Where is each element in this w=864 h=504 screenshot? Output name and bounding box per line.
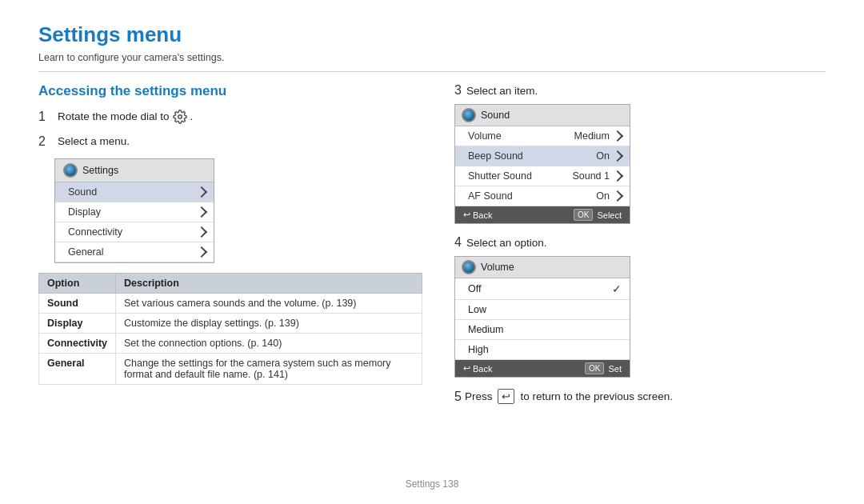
description-col-header: Description [116, 273, 422, 293]
chevron-right-icon [196, 186, 207, 198]
volume-row-medium[interactable]: Medium [455, 320, 630, 340]
select-btn[interactable]: OK Select [574, 209, 622, 221]
checkmark-icon: ✓ [612, 282, 622, 295]
volume-screen: Volume Off ✓ Low Medium High [454, 256, 630, 378]
section-title: Accessing the settings menu [38, 83, 422, 99]
menu-row-connectivity[interactable]: Connectivity [55, 222, 214, 242]
step-2-text: Select a menu. [58, 134, 130, 150]
table-row: Connectivity Set the connection options.… [39, 333, 422, 353]
back-arrow-icon: ↩ [463, 363, 470, 374]
sound-row-shutter[interactable]: Shutter Sound Sound 1 [455, 166, 630, 186]
option-col-header: Option [39, 273, 116, 293]
chevron-right-icon [196, 226, 207, 238]
step-1-text: Rotate the mode dial to . [58, 109, 193, 125]
step-5-before: Press [465, 390, 493, 402]
chevron-right-icon [612, 130, 623, 142]
sound-row-af[interactable]: AF Sound On [455, 186, 630, 206]
table-row: Sound Set various camera sounds and the … [39, 293, 422, 313]
step-2: 2 Select a menu. [38, 134, 422, 150]
back-btn[interactable]: ↩ Back [463, 210, 492, 220]
back-arrow-icon: ↩ [463, 210, 470, 220]
cam-icon [63, 163, 78, 178]
volume-screen-title: Volume [481, 262, 514, 273]
step-5-after: to return to the previous screen. [520, 390, 673, 402]
chevron-right-icon [196, 206, 207, 218]
left-column: Accessing the settings menu 1 Rotate the… [38, 83, 422, 404]
return-icon: ↩ [498, 389, 514, 404]
desc-sound: Set various camera sounds and the volume… [116, 293, 422, 313]
menu-screen-header: Settings [55, 159, 214, 182]
desc-display: Customize the display settings. (p. 139) [116, 313, 422, 333]
chevron-right-icon [196, 246, 207, 258]
desc-connectivity: Set the connection options. (p. 140) [116, 333, 422, 353]
chevron-right-icon [612, 170, 623, 182]
step-2-number: 2 [38, 134, 53, 150]
step-3-header: 3 Select an item. [454, 83, 826, 98]
desc-general: Change the settings for the camera syste… [116, 353, 422, 384]
cam-icon [462, 108, 476, 122]
volume-row-high[interactable]: High [455, 340, 630, 360]
chevron-right-icon [612, 190, 623, 202]
set-btn[interactable]: OK Set [585, 362, 622, 374]
step-3-text: Select an item. [466, 85, 538, 97]
menu-row-general[interactable]: General [55, 242, 214, 262]
ok-label: OK [574, 209, 593, 221]
sound-screen-title: Sound [481, 110, 510, 121]
sound-screen-footer: ↩ Back OK Select [455, 206, 630, 223]
step-4: 4 Select an option. Volume Off ✓ Low [454, 235, 826, 378]
option-sound: Sound [39, 293, 116, 313]
right-column: 3 Select an item. Sound Volume Medium [454, 83, 826, 404]
step-4-text: Select an option. [466, 237, 547, 249]
sound-row-volume[interactable]: Volume Medium [455, 126, 630, 146]
menu-row-sound[interactable]: Sound [55, 182, 214, 202]
sound-screen-header: Sound [455, 105, 630, 126]
menu-row-display[interactable]: Display [55, 202, 214, 222]
step-1-number: 1 [38, 109, 53, 126]
volume-screen-header: Volume [455, 257, 630, 278]
menu-screen-title: Settings [82, 165, 118, 176]
step-5-number: 5 [454, 390, 462, 404]
volume-row-low[interactable]: Low [455, 300, 630, 320]
option-general: General [39, 353, 116, 384]
step-3-number: 3 [454, 83, 462, 98]
page-title: Settings menu [38, 22, 826, 47]
option-table: Option Description Sound Set various cam… [38, 273, 422, 385]
table-row: Display Customize the display settings. … [39, 313, 422, 333]
volume-row-off[interactable]: Off ✓ [455, 278, 630, 300]
chevron-right-icon [612, 150, 623, 162]
volume-screen-footer: ↩ Back OK Set [455, 360, 630, 377]
option-display: Display [39, 313, 116, 333]
sound-row-beep[interactable]: Beep Sound On [455, 146, 630, 166]
gear-icon [173, 110, 187, 124]
step-4-header: 4 Select an option. [454, 235, 826, 250]
settings-menu-page: Settings menu Learn to configure your ca… [0, 0, 864, 504]
ok-label: OK [585, 362, 604, 374]
step-5: 5 Press ↩ to return to the previous scre… [454, 389, 826, 404]
back-btn[interactable]: ↩ Back [463, 363, 492, 374]
step-1: 1 Rotate the mode dial to . [38, 109, 422, 126]
menu-screen: Settings Sound Display Connectivity Gene… [54, 158, 214, 263]
svg-point-0 [178, 115, 182, 119]
step-3: 3 Select an item. Sound Volume Medium [454, 83, 826, 224]
sound-screen: Sound Volume Medium Beep Sound On [454, 104, 630, 224]
cam-icon [462, 260, 476, 274]
step-4-number: 4 [454, 235, 462, 250]
page-footer: Settings 138 [0, 478, 864, 490]
page-subtitle: Learn to configure your camera's setting… [38, 52, 826, 72]
table-row: General Change the settings for the came… [39, 353, 422, 384]
option-connectivity: Connectivity [39, 333, 116, 353]
